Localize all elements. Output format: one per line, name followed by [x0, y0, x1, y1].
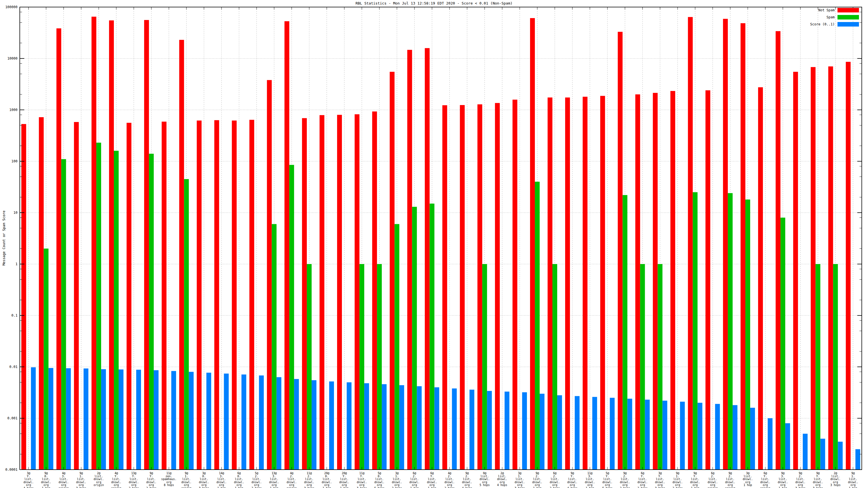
bar — [540, 394, 545, 469]
x-category-label-line: 6@ — [711, 471, 714, 475]
x-category-label-line: 4 hops — [24, 487, 34, 488]
x-category-label-line: dnswl. — [392, 481, 402, 484]
x-category-label-line: dnswl. — [585, 481, 595, 484]
x-category-label-line: 20@ — [342, 471, 347, 475]
x-category-label-line: 1 hop — [743, 484, 752, 487]
x-category-label: 3@list.dnswl.org1 hop — [743, 471, 753, 487]
bar — [289, 165, 294, 469]
x-category-label-line: 2. — [307, 475, 311, 478]
bar — [627, 399, 632, 469]
x-category-label-line: 2. — [799, 475, 802, 478]
bar — [855, 449, 860, 469]
x-category-label-line: dnswl. — [234, 481, 244, 484]
bar — [688, 17, 693, 469]
x-category-label: 9@2.list.dnswl.org2 hops — [620, 471, 630, 488]
x-category-label-line: 2 hops — [392, 487, 402, 488]
x-category-label-line: org — [219, 484, 224, 487]
x-category-label-line: org — [675, 484, 680, 487]
x-category-label: 3@1.list.dnswl.org2 hops — [392, 471, 402, 488]
x-category-label-line: 1 hop — [533, 487, 541, 488]
x-category-label-line: list. — [568, 478, 577, 481]
bar — [513, 100, 517, 469]
bar — [828, 66, 833, 469]
x-category-label-line: Y. — [641, 475, 644, 478]
x-category-label-line: org — [149, 484, 154, 487]
x-category-label-line: 11@ — [587, 471, 592, 475]
x-category-label-line: list. — [814, 478, 822, 481]
x-category-label-line: 20@ — [324, 471, 329, 475]
x-category-label-line: Y. — [115, 475, 118, 478]
x-category-label-line: origin — [708, 487, 718, 488]
bar — [776, 31, 780, 469]
x-category-label-line: org — [552, 484, 557, 487]
x-category-label-line: org — [500, 481, 505, 484]
bar — [249, 120, 254, 469]
x-category-label-line: 1 hop — [779, 487, 787, 488]
x-category-label-line: dnswl. — [146, 481, 157, 484]
x-category-label-line: 9@ — [781, 471, 785, 475]
bar — [114, 151, 119, 469]
x-category-label: 6@2.list.dnswl.orgorigin — [708, 471, 718, 488]
x-category-label-line: org — [307, 484, 312, 487]
bar — [109, 20, 114, 469]
x-category-label-line: org — [640, 484, 645, 487]
bar — [622, 195, 627, 469]
bar — [360, 264, 364, 469]
x-category-label-line: dnswl. — [778, 481, 788, 484]
x-category-label-line: 0@ — [483, 471, 486, 475]
bar — [127, 123, 131, 469]
x-category-label-line: 11@ — [360, 471, 365, 475]
bar — [390, 72, 395, 469]
x-category-label-line: 1 hop — [322, 487, 331, 488]
x-category-label-line: 1 hop — [849, 487, 857, 488]
bar — [583, 97, 587, 469]
bar — [372, 111, 377, 469]
x-category-label: 14@3.list.dnswl.org1 hop — [216, 471, 227, 488]
bar — [44, 249, 49, 469]
bar — [307, 264, 312, 469]
x-category-label-line: origin — [181, 487, 192, 488]
legend-row-spam: Spam — [810, 15, 859, 20]
x-category-label-line: 1 hop — [42, 487, 50, 488]
x-category-label-line: 9@ — [80, 471, 83, 475]
x-category-label-line: dnswl. — [550, 481, 560, 484]
x-category-label-line: org — [850, 484, 856, 487]
bar — [741, 23, 745, 469]
x-category-label-line: 2 hops — [251, 487, 261, 488]
x-category-label-line: 3 hops — [515, 487, 525, 488]
x-category-label-line: 6@ — [237, 471, 241, 475]
x-category-label-line: 3@ — [202, 471, 206, 475]
x-category-label: 5@0.list.dnswl.org5 hops — [374, 471, 384, 488]
x-category-label-line: 9@ — [693, 471, 697, 475]
x-category-label-line: 3. — [781, 475, 785, 478]
x-category-label-line: 1. — [851, 475, 855, 478]
x-category-label-line: 5 hops — [374, 487, 384, 488]
x-category-label-line: org — [465, 484, 470, 487]
x-category-label: 9@2.list.dnswl.org4 hops — [462, 471, 472, 488]
x-category-label-line: 1. — [395, 475, 399, 478]
x-category-label-line: org — [254, 484, 259, 487]
x-category-label-line: list. — [24, 478, 33, 481]
x-category-label-line: dnswl. — [111, 481, 121, 484]
x-category-label-line: list. — [831, 475, 840, 478]
bar — [671, 91, 675, 469]
bar — [706, 90, 710, 469]
x-category-label-line: 3@ — [27, 471, 30, 475]
x-category-label-line: 2. — [448, 475, 451, 478]
bar — [329, 382, 334, 469]
legend-row-not-spam: Not Spam — [810, 8, 859, 12]
legend-label-spam: Spam — [827, 15, 835, 19]
bar — [645, 400, 650, 469]
bar — [277, 377, 281, 469]
x-category-label-line: 0. — [237, 475, 241, 478]
x-category-label-line: 1. — [80, 475, 83, 478]
x-category-label-line: 3 hops — [357, 487, 367, 488]
bar — [242, 375, 246, 469]
x-category-label-line: 2. — [465, 475, 469, 478]
x-category-label-line: list. — [743, 475, 752, 478]
x-category-label-line: Y. — [430, 475, 434, 478]
x-category-label-line: 5 hops — [602, 487, 613, 488]
x-category-label-line: origin — [760, 487, 770, 488]
x-category-label-line: zen. — [165, 475, 173, 478]
x-category-label-line: 0. — [325, 475, 328, 478]
